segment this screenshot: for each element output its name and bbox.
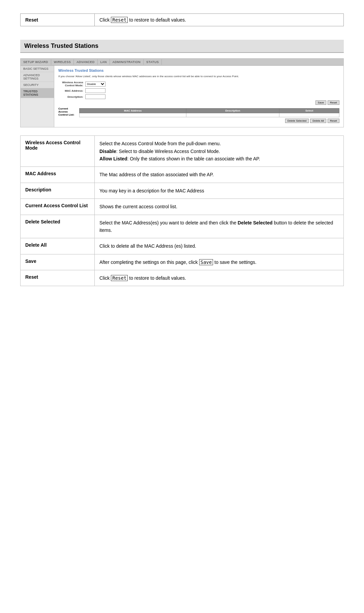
mini-form-row-mac: MAC Address:: [58, 88, 339, 93]
mini-acl-table: MAC Address Description Select: [79, 108, 339, 117]
row-wacm-allow-bold: Allow Listed: [99, 156, 127, 161]
mini-nav-wireless: Wireless: [51, 59, 74, 65]
mini-delete-all-button[interactable]: Delete All: [310, 119, 326, 123]
mini-th-select: Select: [279, 109, 339, 113]
mini-form-row-desc: Description:: [58, 94, 339, 99]
row-mac-label: MAC Address: [21, 167, 95, 183]
row-save-content: After completing the settings on this pa…: [95, 254, 344, 270]
row-del-all-text: Click to delete all the MAC Address (es)…: [99, 243, 196, 249]
mini-form-row-mode: Wireless AccessControl Mode: Disable All…: [58, 81, 339, 87]
row-cacl-label: Current Access Control List: [21, 199, 95, 215]
top-reset-description: Click Reset to restore to default values…: [95, 14, 344, 26]
top-reset-desc-suffix: to restore to default values.: [129, 17, 186, 23]
mini-nav-admin: Administration: [110, 59, 144, 65]
row-mac-content: The Mac address of the station associate…: [95, 167, 344, 183]
mini-save-button[interactable]: Save: [315, 100, 326, 105]
mini-reset-button[interactable]: Reset: [328, 100, 339, 105]
mini-nav-lan: LAN: [98, 59, 110, 65]
mini-desc-input[interactable]: [85, 94, 105, 99]
row-cacl-content: Shows the current access control list.: [95, 199, 344, 215]
row-desc-content: You may key in a description for the MAC…: [95, 183, 344, 198]
row-desc-label: Description: [21, 183, 95, 198]
mini-sidebar-advanced: Advanced Settings: [21, 72, 54, 82]
row-wacm-disable-bold: Disable: [99, 149, 116, 154]
mini-delete-selected-button[interactable]: Delete Selected: [285, 119, 309, 123]
row-wireless-access-control-mode: Wireless Access Control Mode Select the …: [21, 136, 344, 167]
mini-description-text: If you choose 'Allow Listed', only those…: [58, 74, 339, 78]
row-reset-box: Reset: [111, 275, 128, 281]
row-reset-label: Reset: [21, 270, 95, 286]
description-table: Wireless Access Control Mode Select the …: [20, 135, 344, 286]
section-heading: Wireless Trusted Stations: [20, 40, 344, 53]
row-desc-text: You may key in a description for the MAC…: [99, 188, 204, 193]
row-reset-text2: to restore to default values.: [128, 275, 186, 281]
row-description: Description You may key in a description…: [21, 183, 344, 198]
row-reset-content: Click Reset to restore to default values…: [95, 270, 344, 286]
row-save-text1: After completing the settings on this pa…: [99, 259, 199, 265]
row-wacm-main-text: Select the Access Control Mode from the …: [99, 141, 221, 146]
mini-delete-buttons: Delete Selected Delete All Reset: [58, 119, 339, 123]
row-current-access-control-list: Current Access Control List Shows the cu…: [21, 199, 344, 215]
row-wacm-content: Select the Access Control Mode from the …: [95, 136, 344, 167]
mini-body: Basic Settings Advanced Settings Securit…: [21, 66, 343, 127]
row-wacm-allow-text: : Only the stations shown in the table c…: [127, 156, 260, 161]
row-wacm-label: Wireless Access Control Mode: [21, 136, 95, 167]
mini-th-mac: MAC Address: [80, 109, 186, 113]
mini-th-desc: Description: [186, 109, 279, 113]
mini-form-buttons: Save Reset: [58, 100, 339, 105]
mini-table-reset-button[interactable]: Reset: [328, 119, 339, 123]
row-mac-text: The Mac address of the station associate…: [99, 172, 214, 177]
row-reset: Reset Click Reset to restore to default …: [21, 270, 344, 286]
mini-sidebar-basic: Basic Settings: [21, 66, 54, 72]
row-save-text2: to save the settings.: [213, 259, 256, 265]
row-delete-all: Delete All Click to delete all the MAC A…: [21, 238, 344, 254]
top-reset-table: Reset Click Reset to restore to default …: [20, 13, 344, 26]
row-reset-text1: Click: [99, 275, 111, 281]
mini-nav-status: Status: [144, 59, 162, 65]
mini-content-title: Wireless Trusted Stations: [58, 68, 339, 72]
mini-router-ui: Setup Wizard Wireless Advanced LAN Admin…: [21, 59, 343, 127]
mini-mode-select[interactable]: Disable Allow Listed: [85, 82, 105, 87]
mini-content: Wireless Trusted Stations If you choose …: [54, 66, 343, 127]
row-del-all-content: Click to delete all the MAC Address (es)…: [95, 238, 344, 254]
mini-nav-setup: Setup Wizard: [21, 59, 51, 65]
top-reset-btn-inline: Reset: [111, 17, 128, 23]
mini-mac-label: MAC Address:: [58, 89, 85, 92]
row-wacm-disable-text: : Select to disable Wireless Access Cont…: [116, 149, 220, 154]
mini-nav-top: Setup Wizard Wireless Advanced LAN Admin…: [21, 59, 343, 66]
mini-sidebar-trusted: Trusted Stations: [21, 88, 54, 98]
row-mac-address: MAC Address The Mac address of the stati…: [21, 167, 344, 183]
mini-mac-input[interactable]: [85, 88, 105, 93]
mini-sidebar-security: Security: [21, 82, 54, 88]
row-del-sel-bold: Delete Selected: [238, 220, 273, 225]
top-reset-label: Reset: [21, 14, 95, 26]
mini-desc-label: Description:: [58, 95, 85, 98]
row-del-sel-content: Select the MAC Address(es) you want to d…: [95, 215, 344, 238]
row-del-sel-label: Delete Selected: [21, 215, 95, 238]
mini-sidebar: Basic Settings Advanced Settings Securit…: [21, 66, 54, 127]
row-save: Save After completing the settings on th…: [21, 254, 344, 270]
row-save-box: Save: [199, 259, 213, 265]
screenshot-box: Setup Wizard Wireless Advanced LAN Admin…: [20, 58, 344, 127]
row-save-label: Save: [21, 254, 95, 270]
row-cacl-text: Shows the current access control list.: [99, 204, 177, 209]
mini-mode-label: Wireless AccessControl Mode:: [58, 81, 85, 87]
row-delete-selected: Delete Selected Select the MAC Address(e…: [21, 215, 344, 238]
mini-table-empty-row: [80, 113, 339, 117]
row-del-sel-text1: Select the MAC Address(es) you want to d…: [99, 220, 238, 225]
mini-list-label: Current AccessControl List:: [58, 107, 77, 116]
mini-nav-advanced: Advanced: [74, 59, 97, 65]
top-reset-desc-text: Click: [99, 17, 110, 23]
row-del-all-label: Delete All: [21, 238, 95, 254]
mini-list-label-row: Current AccessControl List: MAC Address …: [58, 106, 339, 117]
